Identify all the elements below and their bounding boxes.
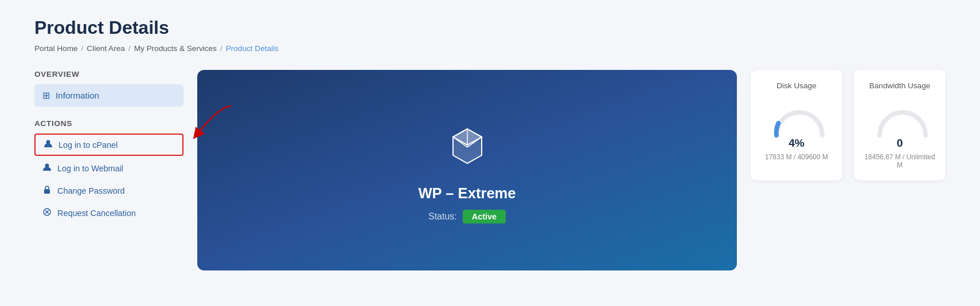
actions-section-title: Actions (34, 119, 183, 128)
cancel-icon (42, 207, 52, 218)
sidebar-item-information-label: Information (56, 91, 99, 100)
status-badge: Active (463, 210, 506, 223)
action-change-password[interactable]: Change Password (34, 181, 183, 201)
breadcrumb-current: Product Details (226, 44, 279, 53)
person-icon-webmail (42, 163, 52, 174)
person-icon-cpanel (44, 139, 53, 150)
breadcrumb-portal-home[interactable]: Portal Home (34, 44, 78, 53)
bandwidth-usage-detail: 18456.87 M / Unlimited M (863, 153, 936, 169)
disk-gauge (768, 98, 825, 132)
lock-icon (42, 185, 52, 196)
bandwidth-usage-title: Bandwidth Usage (863, 81, 936, 90)
product-icon (444, 123, 490, 171)
action-change-password-label: Change Password (57, 186, 125, 195)
sidebar: Overview ⊞ Information Actions Log in to… (34, 70, 183, 225)
overview-section-title: Overview (34, 70, 183, 79)
action-login-cpanel-label: Log in to cPanel (58, 140, 118, 150)
action-request-cancellation[interactable]: Request Cancellation (34, 203, 183, 223)
status-label: Status: (428, 211, 457, 222)
disk-usage-card: Disk Usage 4% 17833 M / 409600 M (751, 70, 842, 181)
action-login-webmail-label: Log in to Webmail (57, 164, 123, 173)
bandwidth-usage-card: Bandwidth Usage 0 18456.87 M / Unlimited… (854, 70, 946, 181)
action-login-webmail[interactable]: Log in to Webmail (34, 158, 183, 178)
status-row: Status: Active (428, 210, 506, 223)
breadcrumb-my-products[interactable]: My Products & Services (134, 44, 217, 53)
action-login-cpanel[interactable]: Log in to cPanel (34, 134, 183, 156)
action-request-cancellation-label: Request Cancellation (57, 209, 136, 218)
bandwidth-usage-value: 0 (863, 137, 936, 150)
product-card: WP – Extreme Status: Active (197, 70, 737, 270)
sidebar-item-information[interactable]: ⊞ Information (34, 84, 183, 107)
breadcrumb-client-area[interactable]: Client Area (87, 44, 125, 53)
disk-usage-title: Disk Usage (760, 81, 833, 90)
disk-usage-value: 4% (760, 137, 833, 150)
bandwidth-gauge (871, 98, 928, 132)
usage-cards: Disk Usage 4% 17833 M / 409600 M B (751, 70, 946, 181)
breadcrumb: Portal Home / Client Area / My Products … (34, 44, 946, 53)
right-panel: Disk Usage 4% 17833 M / 409600 M B (751, 70, 946, 181)
svg-rect-2 (44, 189, 50, 194)
page-title: Product Details (34, 17, 946, 38)
product-name: WP – Extreme (418, 185, 516, 202)
main-layout: Overview ⊞ Information Actions Log in to… (34, 70, 946, 270)
information-icon: ⊞ (42, 90, 50, 101)
disk-usage-detail: 17833 M / 409600 M (760, 153, 833, 161)
